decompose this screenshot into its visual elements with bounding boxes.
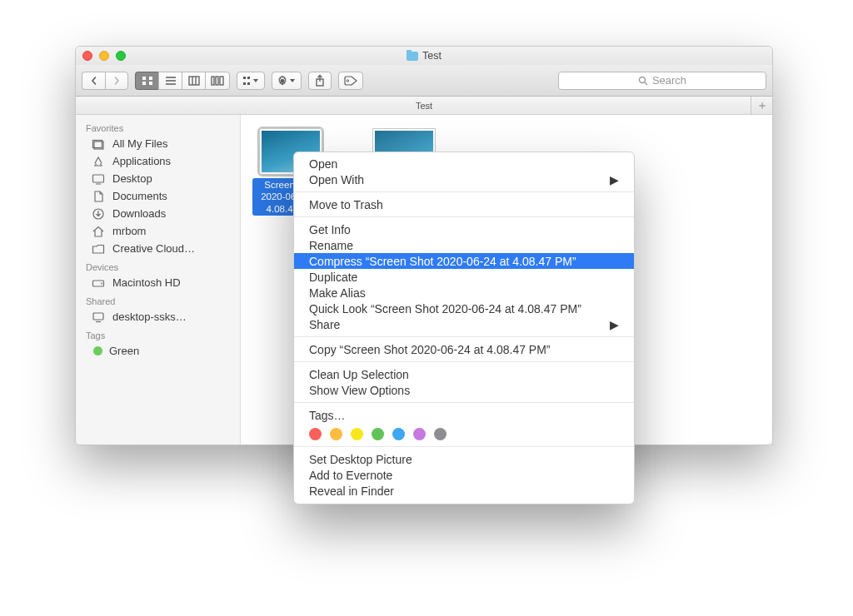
svg-line-22 <box>645 82 647 85</box>
ctx-rename[interactable]: Rename <box>294 237 634 253</box>
menu-item-label: Get Info <box>309 223 351 236</box>
submenu-arrow-icon: ▶ <box>610 318 619 331</box>
sidebar-item-home[interactable]: mrbom <box>76 222 240 240</box>
nav-buttons <box>82 72 128 90</box>
tag-color-gray[interactable] <box>434 428 446 440</box>
svg-rect-0 <box>142 77 146 80</box>
ctx-compress[interactable]: Compress “Screen Shot 2020-06-24 at 4.08… <box>294 253 634 269</box>
ctx-tags[interactable]: Tags… <box>294 407 634 423</box>
svg-point-17 <box>281 78 284 82</box>
sidebar-item-documents[interactable]: Documents <box>76 187 240 205</box>
tags-button[interactable] <box>338 72 363 90</box>
sidebar-item-label: Creative Cloud… <box>112 242 195 255</box>
minimize-window-button[interactable] <box>99 51 109 61</box>
sidebar-item-label: All My Files <box>112 137 167 150</box>
svg-point-29 <box>101 282 102 284</box>
sidebar-section-favorites: Favorites <box>76 118 240 135</box>
share-button[interactable] <box>308 72 332 90</box>
sidebar-item-desktop[interactable]: Desktop <box>76 170 240 187</box>
ctx-show-view-options[interactable]: Show View Options <box>294 382 634 398</box>
add-tab-button[interactable]: ＋ <box>751 97 772 114</box>
search-placeholder: Search <box>652 74 686 87</box>
search-field[interactable]: Search <box>558 72 766 90</box>
sidebar-item-label: Desktop <box>112 172 152 185</box>
menu-item-label: Open With <box>309 173 364 186</box>
gallery-view-button[interactable] <box>205 72 230 90</box>
sidebar-item-downloads[interactable]: Downloads <box>76 205 240 222</box>
computer-icon <box>91 311 106 323</box>
column-view-button[interactable] <box>182 72 205 90</box>
ctx-clean-up-selection[interactable]: Clean Up Selection <box>294 366 634 382</box>
context-menu: Open Open With ▶ Move to Trash Get Info … <box>293 152 635 504</box>
tag-color-purple[interactable] <box>413 428 426 440</box>
ctx-copy[interactable]: Copy “Screen Shot 2020-06-24 at 4.08.47 … <box>294 341 634 357</box>
tag-color-red[interactable] <box>309 428 322 440</box>
tag-color-blue[interactable] <box>392 428 405 440</box>
svg-rect-12 <box>220 77 223 85</box>
ctx-get-info[interactable]: Get Info <box>294 221 634 237</box>
svg-rect-10 <box>212 77 214 85</box>
menu-separator <box>294 446 634 447</box>
search-icon <box>638 76 648 86</box>
tag-color-green[interactable] <box>372 428 384 440</box>
menu-item-label: Reveal in Finder <box>309 484 394 498</box>
forward-button[interactable] <box>105 72 128 90</box>
sidebar[interactable]: Favorites All My Files Applications <box>76 115 241 445</box>
svg-rect-13 <box>243 77 246 79</box>
zoom-window-button[interactable] <box>116 51 126 61</box>
menu-separator <box>294 361 634 362</box>
sidebar-item-macintosh-hd[interactable]: Macintosh HD <box>76 274 240 291</box>
back-button[interactable] <box>82 72 105 90</box>
folder-icon <box>91 243 106 255</box>
toolbar: Search <box>76 65 772 97</box>
menu-item-label: Tags… <box>309 409 346 422</box>
arrange-button[interactable] <box>237 72 265 90</box>
tag-color-orange[interactable] <box>330 428 342 440</box>
menu-item-label: Compress “Screen Shot 2020-06-24 at 4.08… <box>309 255 576 268</box>
sidebar-item-label: Applications <box>112 155 171 167</box>
ctx-add-to-evernote[interactable]: Add to Evernote <box>294 467 634 483</box>
sidebar-item-label: desktop-ssks… <box>112 310 187 323</box>
sidebar-section-tags: Tags <box>76 325 240 342</box>
svg-rect-30 <box>93 313 103 320</box>
all-my-files-icon <box>91 138 106 150</box>
svg-rect-16 <box>247 82 250 85</box>
menu-separator <box>294 336 634 337</box>
path-bar-label: Test <box>416 101 432 111</box>
view-mode-group <box>135 72 230 90</box>
ctx-open[interactable]: Open <box>294 156 634 171</box>
ctx-reveal-in-finder[interactable]: Reveal in Finder <box>294 483 634 499</box>
menu-separator <box>294 191 634 192</box>
sidebar-item-label: Green <box>109 345 139 357</box>
ctx-move-to-trash[interactable]: Move to Trash <box>294 196 634 212</box>
sidebar-item-label: Documents <box>112 190 167 202</box>
folder-icon <box>407 52 418 61</box>
close-window-button[interactable] <box>82 51 92 61</box>
ctx-share[interactable]: Share ▶ <box>294 316 634 332</box>
svg-rect-25 <box>93 175 104 182</box>
ctx-open-with[interactable]: Open With ▶ <box>294 171 634 187</box>
sidebar-item-creative-cloud[interactable]: Creative Cloud… <box>76 240 240 257</box>
submenu-arrow-icon: ▶ <box>610 173 619 186</box>
sidebar-tag-green[interactable]: Green <box>76 342 240 360</box>
ctx-set-desktop-picture[interactable]: Set Desktop Picture <box>294 451 634 467</box>
menu-item-label: Quick Look “Screen Shot 2020-06-24 at 4.… <box>309 302 581 315</box>
sidebar-item-all-my-files[interactable]: All My Files <box>76 135 240 152</box>
ctx-duplicate[interactable]: Duplicate <box>294 269 634 285</box>
list-view-button[interactable] <box>158 72 182 90</box>
title-bar: Test <box>76 47 772 65</box>
sidebar-item-shared-pc[interactable]: desktop-ssks… <box>76 308 240 325</box>
action-button[interactable] <box>272 72 302 90</box>
sidebar-item-label: Macintosh HD <box>112 276 181 289</box>
path-bar: Test ＋ <box>76 97 772 115</box>
tag-color-yellow[interactable] <box>351 428 363 440</box>
ctx-quick-look[interactable]: Quick Look “Screen Shot 2020-06-24 at 4.… <box>294 301 634 316</box>
menu-item-label: Add to Evernote <box>309 469 392 482</box>
sidebar-item-applications[interactable]: Applications <box>76 152 240 170</box>
icon-view-button[interactable] <box>135 72 158 90</box>
ctx-make-alias[interactable]: Make Alias <box>294 285 634 301</box>
documents-icon <box>91 191 106 202</box>
sidebar-section-shared: Shared <box>76 291 240 308</box>
svg-rect-11 <box>216 77 218 85</box>
menu-item-label: Rename <box>309 239 353 252</box>
